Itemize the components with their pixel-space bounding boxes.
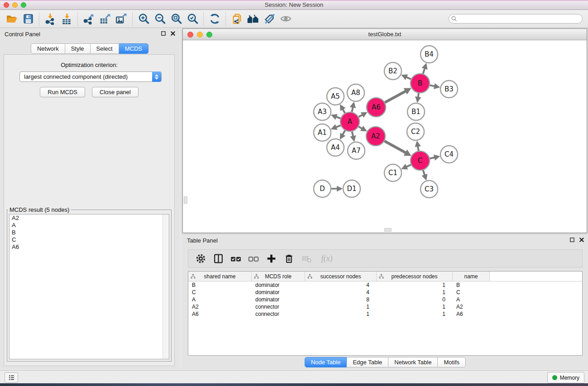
graph-node-A3[interactable]: A3 [314, 103, 331, 120]
cell-shared-name[interactable]: A [188, 296, 252, 303]
add-column-icon[interactable] [263, 252, 279, 266]
graph-node-A4[interactable]: A4 [327, 139, 344, 156]
network-canvas[interactable]: B4B2BB3A8A5A6A3B1AC2A1A2A4A7C4CC1DD1C3 [184, 40, 586, 232]
export-table-icon[interactable] [97, 12, 113, 26]
graph-node-B1[interactable]: B1 [407, 103, 425, 120]
export-network-icon[interactable] [81, 12, 97, 26]
graph-node-B4[interactable]: B4 [421, 46, 438, 63]
cell-successor-nodes[interactable]: 8 [305, 296, 377, 303]
graph-node-D1[interactable]: D1 [343, 180, 360, 197]
task-history-button[interactable] [5, 372, 18, 383]
tab-edge-table[interactable]: Edge Table [347, 357, 388, 367]
tab-network[interactable]: Network [31, 43, 65, 54]
cell-successor-nodes[interactable]: 4 [305, 289, 377, 295]
import-network-icon[interactable] [42, 12, 58, 26]
graph-node-C4[interactable]: C4 [440, 146, 458, 163]
network-minimize-button[interactable] [197, 32, 203, 38]
graph-node-A6[interactable]: A6 [367, 98, 386, 117]
zoom-window-button[interactable] [21, 2, 26, 8]
cell-name[interactable]: A2 [453, 304, 490, 310]
graph-edge-A6-B[interactable] [385, 91, 406, 103]
mcds-result-item[interactable]: A6 [10, 243, 169, 251]
cell-mcds-role[interactable]: dominator [252, 296, 305, 303]
cell-predecessor-nodes[interactable]: 1 [377, 304, 453, 310]
import-table-icon[interactable] [58, 12, 75, 26]
run-mcds-button[interactable]: Run MCDS [40, 87, 85, 97]
cell-shared-name[interactable]: C [188, 289, 252, 295]
graph-edge-B-B4[interactable] [423, 68, 425, 74]
network-zoom-button[interactable] [206, 32, 212, 38]
graph-node-A[interactable]: A [340, 112, 359, 131]
cell-mcds-role[interactable]: connector [252, 304, 305, 310]
graph-node-B2[interactable]: B2 [384, 62, 402, 80]
table-row[interactable]: A2connector11A2 [188, 303, 582, 310]
export-image-icon[interactable] [113, 12, 129, 26]
mcds-result-item[interactable]: B [10, 229, 169, 236]
duplicate-network-icon[interactable] [229, 12, 245, 26]
cell-successor-nodes[interactable]: 4 [305, 282, 377, 288]
zoom-out-icon[interactable] [152, 12, 168, 26]
column-header-successor-nodes[interactable]: successor nodes [305, 272, 377, 281]
graph-node-C2[interactable]: C2 [407, 123, 424, 140]
graph-edge-A2-C[interactable] [384, 141, 406, 153]
column-header-name[interactable]: name [453, 272, 490, 281]
graph-node-C1[interactable]: C1 [384, 164, 402, 181]
graph-node-A1[interactable]: A1 [314, 124, 331, 141]
close-panel-icon[interactable] [579, 237, 584, 243]
zoom-selected-icon[interactable] [184, 12, 201, 26]
cell-mcds-role[interactable]: dominator [252, 289, 305, 295]
column-header-mcds-role[interactable]: MCDS role [252, 272, 305, 281]
table-row[interactable]: Cdominator41C [188, 289, 582, 296]
close-panel-icon[interactable] [170, 31, 176, 36]
tab-style[interactable]: Style [65, 43, 91, 54]
hide-graphics-details-icon[interactable] [261, 12, 277, 26]
result-scrollbar[interactable] [163, 214, 169, 359]
cell-shared-name[interactable]: B [188, 282, 252, 288]
tab-select[interactable]: Select [91, 43, 119, 54]
mcds-result-item[interactable]: A2 [10, 214, 169, 222]
tab-mcds[interactable]: MCDS [119, 43, 148, 54]
graph-node-B3[interactable]: B3 [440, 81, 458, 98]
mcds-result-item[interactable]: A [10, 222, 169, 229]
close-window-button[interactable] [4, 2, 9, 8]
tab-network-table[interactable]: Network Table [388, 357, 438, 367]
refresh-icon[interactable] [206, 12, 223, 26]
criterion-select[interactable]: largest connected component (directed) [19, 71, 162, 82]
column-header-shared-name[interactable]: shared name [188, 272, 252, 281]
settings-gear-icon[interactable] [193, 252, 208, 266]
network-window-titlebar[interactable]: testGlobe.txt [183, 29, 587, 40]
split-view-icon[interactable] [210, 252, 226, 266]
cell-name[interactable]: A [453, 296, 490, 303]
cell-shared-name[interactable]: A6 [188, 311, 252, 317]
graph-node-A8[interactable]: A8 [347, 84, 364, 101]
mcds-result-list[interactable]: A2ABCA6 [9, 214, 169, 359]
canvas-scrollbar-stub[interactable] [184, 196, 187, 204]
deselect-all-icon[interactable] [246, 252, 261, 266]
graph-node-C[interactable]: C [411, 151, 430, 170]
table-row[interactable]: Bdominator41B [188, 281, 582, 289]
cell-name[interactable]: A6 [453, 311, 490, 317]
mcds-result-item[interactable]: C [10, 236, 169, 243]
cell-predecessor-nodes[interactable]: 1 [377, 311, 453, 317]
minimize-window-button[interactable] [12, 2, 18, 8]
graph-node-A5[interactable]: A5 [327, 88, 344, 105]
open-folder-icon[interactable] [4, 12, 20, 26]
canvas-scrollbar-stub[interactable] [384, 228, 392, 232]
cell-predecessor-nodes[interactable]: 1 [377, 289, 453, 295]
select-all-icon[interactable] [228, 252, 244, 266]
cell-shared-name[interactable]: A2 [188, 304, 252, 310]
table-row[interactable]: Adominator80A [188, 296, 582, 303]
home-icon[interactable] [245, 12, 261, 26]
graph-node-D[interactable]: D [314, 180, 331, 197]
graph-node-C3[interactable]: C3 [421, 181, 438, 198]
cell-mcds-role[interactable]: connector [252, 311, 305, 317]
cell-successor-nodes[interactable]: 1 [305, 311, 377, 317]
cell-predecessor-nodes[interactable]: 0 [377, 296, 453, 303]
column-header-predecessor-nodes[interactable]: predecessor nodes [377, 272, 453, 281]
zoom-fit-icon[interactable] [168, 12, 184, 26]
network-close-button[interactable] [187, 32, 193, 38]
graph-node-A7[interactable]: A7 [348, 142, 365, 159]
cell-name[interactable]: B [453, 282, 490, 288]
table-row[interactable]: A6connector11A6 [188, 310, 582, 318]
cell-successor-nodes[interactable]: 1 [305, 304, 377, 310]
